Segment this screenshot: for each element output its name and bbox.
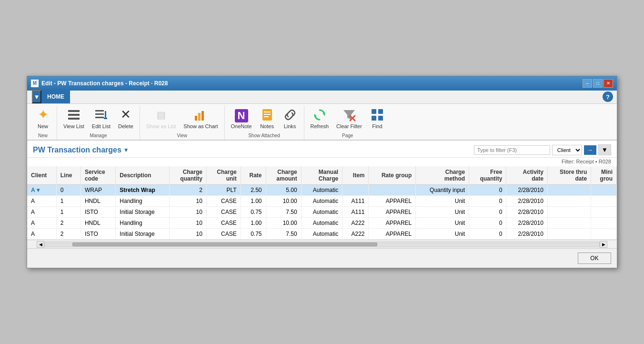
page-title-dropdown-icon[interactable]: ▼ bbox=[123, 147, 129, 153]
ok-button[interactable]: OK bbox=[578, 253, 611, 264]
tab-home[interactable]: HOME bbox=[41, 90, 70, 103]
ribbon-tab-dropdown[interactable]: ▼ bbox=[32, 90, 41, 103]
delete-button[interactable]: ✕ Delete bbox=[115, 106, 137, 131]
main-window: M Edit - PW Transaction charges - Receip… bbox=[27, 76, 617, 268]
col-header-charge-qty: Chargequantity bbox=[169, 166, 206, 185]
filter-input[interactable] bbox=[474, 145, 550, 155]
refresh-icon bbox=[312, 107, 327, 122]
delete-icon: ✕ bbox=[118, 107, 133, 122]
edit-list-button[interactable]: Edit List bbox=[89, 106, 114, 131]
col-header-charge-unit: Chargeunit bbox=[206, 166, 241, 185]
new-icon: ✦ bbox=[35, 107, 50, 122]
table-row[interactable]: A2HNDLHandling10CASE1.0010.00AutomaticA2… bbox=[27, 218, 617, 229]
col-header-rate-group: Rate group bbox=[369, 166, 416, 185]
new-label: New bbox=[38, 123, 48, 130]
svg-rect-22 bbox=[372, 116, 376, 121]
content-header: PW Transaction charges ▼ Client → ▼ bbox=[27, 141, 617, 158]
refresh-button[interactable]: Refresh bbox=[307, 106, 332, 131]
svg-rect-1 bbox=[68, 114, 80, 116]
find-label: Find bbox=[372, 123, 382, 130]
delete-label: Delete bbox=[118, 123, 133, 130]
scrollbar-thumb[interactable] bbox=[72, 243, 377, 246]
col-header-charge-amount: Chargeamount bbox=[266, 166, 301, 185]
col-header-service-code: Servicecode bbox=[80, 166, 115, 185]
show-as-chart-button[interactable]: Show as Chart bbox=[180, 106, 221, 131]
ribbon-group-manage: View List Edit List ✕ Delete Manage bbox=[57, 106, 140, 140]
ribbon-group-new: ✦ New New bbox=[29, 106, 57, 140]
scrollbar-track[interactable] bbox=[44, 242, 600, 247]
links-button[interactable]: Links bbox=[279, 106, 301, 131]
svg-rect-3 bbox=[95, 110, 104, 111]
filter-go-button[interactable]: → bbox=[584, 145, 596, 155]
data-table: Client Line Servicecode Description Char… bbox=[27, 166, 617, 240]
scroll-left-button[interactable]: ◀ bbox=[37, 241, 44, 248]
svg-rect-0 bbox=[68, 110, 80, 112]
clear-filter-icon bbox=[342, 107, 357, 122]
notes-label: Notes bbox=[260, 123, 274, 130]
ribbon-group-page-label: Page bbox=[342, 132, 353, 140]
clear-filter-button[interactable]: Clear Filter bbox=[333, 106, 365, 131]
close-button[interactable]: ✕ bbox=[604, 79, 613, 88]
refresh-label: Refresh bbox=[311, 123, 329, 130]
table-row[interactable]: A2ISTOInitial Storage10CASE0.757.50Autom… bbox=[27, 229, 617, 240]
window-title: Edit - PW Transaction charges - Receipt … bbox=[41, 80, 168, 87]
new-button[interactable]: ✦ New bbox=[32, 106, 54, 131]
restore-button[interactable]: □ bbox=[593, 79, 603, 88]
app-icon: M bbox=[31, 80, 39, 87]
table-container: Client Line Servicecode Description Char… bbox=[27, 166, 617, 240]
notes-button[interactable]: Notes bbox=[256, 106, 278, 131]
content-area: PW Transaction charges ▼ Client → ▼ Filt… bbox=[27, 141, 617, 248]
svg-rect-10 bbox=[201, 111, 204, 121]
view-list-icon bbox=[66, 107, 81, 122]
edit-list-icon bbox=[93, 107, 109, 122]
table-row[interactable]: A1HNDLHandling10CASE1.0010.00AutomaticA1… bbox=[27, 196, 617, 207]
col-header-description: Description bbox=[116, 166, 169, 185]
svg-rect-12 bbox=[264, 111, 271, 112]
table-header-row: Client Line Servicecode Description Char… bbox=[27, 166, 617, 185]
col-header-line: Line bbox=[56, 166, 80, 185]
filter-dropdown[interactable]: Client bbox=[552, 145, 582, 155]
svg-rect-8 bbox=[195, 116, 197, 121]
table-row[interactable]: A1ISTOInitial Storage10CASE0.757.50Autom… bbox=[27, 207, 617, 218]
col-header-mini-group: Minigrou bbox=[591, 166, 617, 185]
svg-rect-5 bbox=[95, 117, 104, 118]
col-header-activity-date: Activitydate bbox=[506, 166, 548, 185]
minimize-button[interactable]: – bbox=[583, 79, 592, 88]
ribbon-group-page: Refresh Clear Filter Find Page bbox=[304, 106, 391, 140]
show-as-list-button[interactable]: ▤ Show as List bbox=[143, 106, 179, 131]
footer: OK bbox=[27, 248, 617, 268]
filter-expand-button[interactable]: ▼ bbox=[598, 144, 611, 155]
svg-rect-9 bbox=[198, 113, 201, 121]
ribbon-group-view: ▤ Show as List Show as Chart View bbox=[140, 106, 225, 140]
col-header-client: Client bbox=[27, 166, 56, 185]
scroll-right-button[interactable]: ▶ bbox=[600, 241, 607, 248]
col-header-free-qty: Freequantity bbox=[469, 166, 506, 185]
horizontal-scrollbar[interactable]: ◀ ▶ bbox=[27, 240, 617, 248]
help-button[interactable]: ? bbox=[603, 91, 613, 102]
table-row[interactable]: A ▾0WRAPStretch Wrap2PLT2.505.00Automati… bbox=[27, 185, 617, 196]
onenote-label: OneNote bbox=[231, 123, 252, 130]
col-header-manual-charge: ManualCharge bbox=[301, 166, 342, 185]
view-list-label: View List bbox=[63, 123, 84, 130]
page-title: PW Transaction charges ▼ bbox=[33, 146, 129, 154]
show-as-list-label: Show as List bbox=[146, 123, 176, 130]
svg-rect-23 bbox=[378, 116, 383, 121]
page-title-text: PW Transaction charges bbox=[33, 146, 121, 154]
ribbon-group-show-attached: N OneNote Notes Links Show Attached bbox=[225, 106, 304, 140]
show-as-chart-label: Show as Chart bbox=[183, 123, 218, 130]
svg-rect-4 bbox=[95, 113, 104, 115]
view-list-button[interactable]: View List bbox=[60, 106, 88, 131]
find-button[interactable]: Find bbox=[366, 106, 388, 131]
ribbon-group-new-label: New bbox=[38, 132, 48, 140]
onenote-button[interactable]: N OneNote bbox=[228, 108, 255, 131]
ribbon-group-view-label: View bbox=[177, 132, 187, 140]
col-header-store-thru: Store thrudate bbox=[547, 166, 591, 185]
svg-rect-14 bbox=[264, 116, 269, 117]
filter-bar: Client → ▼ bbox=[474, 144, 611, 155]
show-as-chart-icon bbox=[193, 107, 208, 122]
svg-rect-21 bbox=[378, 109, 383, 114]
ribbon-tab-bar: ▼ HOME ? bbox=[27, 91, 617, 104]
ribbon-group-manage-label: Manage bbox=[90, 132, 107, 140]
col-header-rate: Rate bbox=[241, 166, 266, 185]
find-icon bbox=[370, 107, 385, 122]
